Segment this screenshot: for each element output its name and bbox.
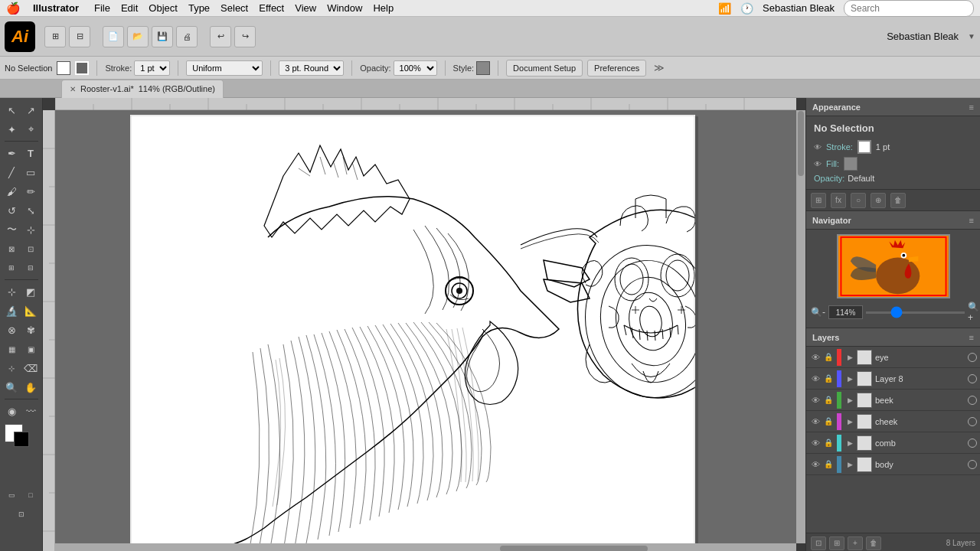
fill-color-swatch[interactable] xyxy=(57,61,70,75)
undo-button[interactable]: ↩ xyxy=(210,26,231,47)
menu-edit[interactable]: Edit xyxy=(121,2,138,14)
layer-lock-comb[interactable]: 🔒 xyxy=(823,438,834,448)
layer-lock-eye[interactable]: 🔒 xyxy=(823,352,834,363)
lasso-tool[interactable]: ⌖ xyxy=(21,120,40,139)
layer-target-cheek[interactable] xyxy=(968,417,977,426)
delete-layer-button[interactable]: 🗑 xyxy=(866,536,881,550)
layer-eye-toggle-beek[interactable]: 👁 xyxy=(809,394,822,406)
preferences-button[interactable]: Preferences xyxy=(587,60,646,77)
search-input[interactable] xyxy=(844,0,974,17)
menu-view[interactable]: View xyxy=(295,2,316,14)
mesh-tool[interactable]: ⊹ xyxy=(2,282,21,301)
fill-visibility-icon[interactable]: 👁 xyxy=(814,160,822,168)
drawing-mode-normal[interactable]: ▭ xyxy=(2,486,21,504)
shape-builder-tool[interactable]: ⊠ xyxy=(2,240,21,258)
layer-row-cheek[interactable]: 👁 🔒 ▶ cheek xyxy=(806,411,980,432)
add-effect-button[interactable]: fx xyxy=(831,193,846,208)
drawing-mode-behind[interactable]: □ xyxy=(21,486,40,504)
free-transform-tool[interactable]: ⊹ xyxy=(21,220,40,239)
layer-row-eye[interactable]: 👁 🔒 ▶ 👁 eye xyxy=(806,347,980,368)
menu-type[interactable]: Type xyxy=(188,2,210,14)
layer-expand-comb[interactable]: ▶ xyxy=(844,438,855,448)
layer-target-eye[interactable] xyxy=(968,353,977,362)
perspective-grid-tool[interactable]: ⊞ xyxy=(2,259,21,277)
zoom-value-input[interactable] xyxy=(828,305,863,319)
background-color-swatch[interactable] xyxy=(14,432,29,447)
create-new-layer-button[interactable]: + xyxy=(848,536,863,550)
type-tool[interactable]: T xyxy=(21,144,40,162)
menu-file[interactable]: File xyxy=(94,2,110,14)
new-document-button[interactable]: 📄 xyxy=(103,26,124,47)
gradient-tool[interactable]: ◩ xyxy=(21,282,40,301)
layer-row-body[interactable]: 👁 🔒 ▶ body xyxy=(806,454,980,475)
slice-tool[interactable]: ⊹ xyxy=(2,359,21,377)
layer-eye-toggle-cheek[interactable]: 👁 xyxy=(809,416,822,428)
layer-eye-toggle-layer8[interactable]: 👁 xyxy=(809,373,822,385)
change-screen-mode[interactable]: ⊡ xyxy=(12,505,31,523)
rect-tool[interactable]: ▭ xyxy=(21,163,40,181)
layer-lock-cheek[interactable]: 🔒 xyxy=(823,416,834,427)
layer-row-comb[interactable]: 👁 🔒 ▶ comb xyxy=(806,432,980,454)
stroke-color-swatch[interactable] xyxy=(75,61,89,75)
redo-button[interactable]: ↪ xyxy=(234,26,256,47)
stroke-type-select[interactable]: UniformWidth Profile 1 xyxy=(186,60,263,76)
save-button[interactable]: 💾 xyxy=(152,26,173,47)
navigator-menu-icon[interactable]: ≡ xyxy=(969,216,974,225)
stroke-visibility-icon[interactable]: 👁 xyxy=(814,143,822,152)
app-name-menu[interactable]: Illustrator xyxy=(33,2,79,14)
layers-menu-icon[interactable]: ≡ xyxy=(969,333,974,342)
live-color-tool[interactable]: ◉ xyxy=(2,402,21,420)
menu-object[interactable]: Object xyxy=(149,2,178,14)
column-graph-tool[interactable]: ▦ xyxy=(2,340,21,358)
layer-row-beek[interactable]: 👁 🔒 ▶ beek xyxy=(806,390,980,411)
zoom-out-icon[interactable]: 🔍- xyxy=(811,307,825,318)
layer-lock-layer8[interactable]: 🔒 xyxy=(823,373,834,384)
duplicate-item-button[interactable]: ⊕ xyxy=(871,193,886,208)
pen-tool[interactable]: ✒ xyxy=(2,144,21,162)
create-new-sublayer-button[interactable]: ⊞ xyxy=(829,536,844,550)
layer-expand-body[interactable]: ▶ xyxy=(844,459,855,470)
pencil-tool[interactable]: ✏ xyxy=(21,182,40,201)
tab-close-icon[interactable]: ✕ xyxy=(70,85,76,93)
workspace-button[interactable]: ⊟ xyxy=(69,26,90,47)
arrange-button[interactable]: ⊞ xyxy=(44,26,66,47)
stroke-color-preview[interactable] xyxy=(858,140,871,154)
options-overflow-icon[interactable]: ≫ xyxy=(654,62,665,73)
stroke-cap-select[interactable]: 3 pt. RoundButt Cap xyxy=(279,60,344,76)
add-new-stroke-button[interactable]: ⊞ xyxy=(811,193,826,208)
warp-tool[interactable]: 〜 xyxy=(2,220,21,239)
hair-tool[interactable]: 〰 xyxy=(21,402,40,420)
document-tab[interactable]: ✕ Rooster-v1.ai* 114% (RGB/Outline) xyxy=(61,80,224,98)
layer-lock-beek[interactable]: 🔒 xyxy=(823,395,834,406)
zoom-in-icon[interactable]: 🔍+ xyxy=(968,302,979,323)
horizontal-scrollbar[interactable] xyxy=(55,543,796,551)
delete-item-button[interactable]: 🗑 xyxy=(890,193,906,208)
opacity-select[interactable]: 100%75%50% xyxy=(394,60,437,76)
open-button[interactable]: 📂 xyxy=(127,26,149,47)
layer-expand-cheek[interactable]: ▶ xyxy=(844,416,855,427)
appearance-menu-icon[interactable]: ≡ xyxy=(969,103,974,112)
symbol-sprayer-tool[interactable]: ✾ xyxy=(21,321,40,339)
eraser-tool[interactable]: ⌫ xyxy=(21,359,40,377)
menu-select[interactable]: Select xyxy=(220,2,248,14)
selection-tool[interactable]: ↖ xyxy=(2,101,21,119)
scale-tool[interactable]: ⤡ xyxy=(21,201,40,220)
stroke-weight-select[interactable]: 1 pt2 pt3 pt xyxy=(134,60,170,76)
vertical-scrollbar[interactable] xyxy=(796,110,805,543)
make-layer-clipping-mask-button[interactable]: ⊡ xyxy=(811,536,826,550)
clear-appearance-button[interactable]: ○ xyxy=(851,193,866,208)
paintbrush-tool[interactable]: 🖌 xyxy=(2,182,21,201)
layer-eye-toggle-eye[interactable]: 👁 xyxy=(809,351,822,364)
layer-eye-toggle-body[interactable]: 👁 xyxy=(809,458,822,471)
document-setup-button[interactable]: Document Setup xyxy=(506,60,583,77)
direct-selection-tool[interactable]: ↗ xyxy=(21,101,40,119)
live-paint-tool[interactable]: ⊡ xyxy=(21,240,40,258)
style-swatch[interactable] xyxy=(476,61,490,75)
fill-color-preview[interactable] xyxy=(844,157,858,171)
layer-expand-beek[interactable]: ▶ xyxy=(844,395,855,406)
blend-tool[interactable]: ⊗ xyxy=(2,321,21,339)
magic-wand-tool[interactable]: ✦ xyxy=(2,120,21,139)
layer-expand-layer8[interactable]: ▶ xyxy=(844,373,855,384)
zoom-tool[interactable]: 🔍 xyxy=(2,378,21,396)
measure-tool[interactable]: 📐 xyxy=(21,302,40,320)
